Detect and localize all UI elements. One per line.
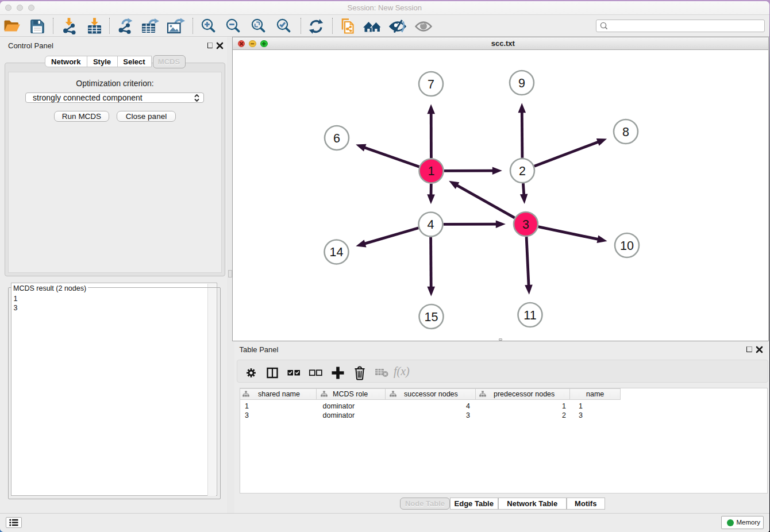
svg-text:4: 4 [428,218,434,232]
svg-text:7: 7 [428,78,434,91]
svg-text:6: 6 [333,132,340,145]
svg-text:1: 1 [428,164,435,178]
svg-text:8: 8 [622,125,629,139]
svg-text:9: 9 [518,76,525,90]
svg-text:10: 10 [620,239,634,253]
svg-text:14: 14 [330,245,344,259]
svg-text:3: 3 [522,218,529,232]
svg-text:15: 15 [425,310,438,324]
svg-text:11: 11 [523,309,536,322]
svg-text:2: 2 [519,164,526,178]
